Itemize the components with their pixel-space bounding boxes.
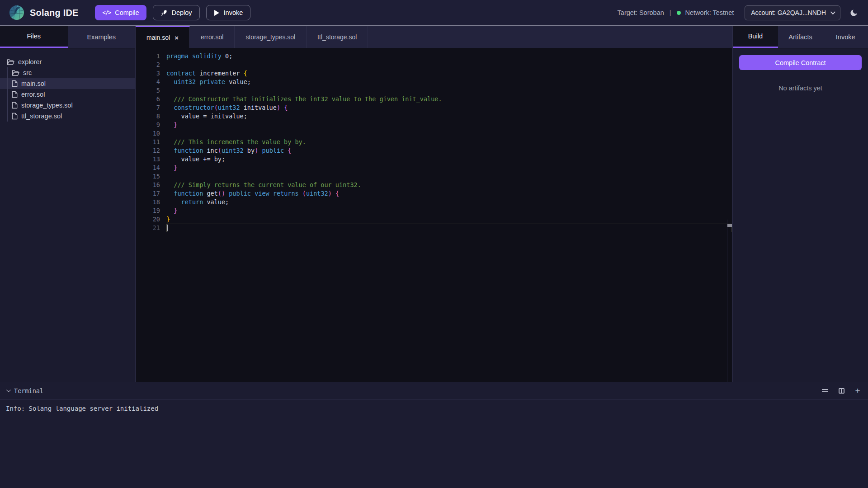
code-line-content: value = initvalue; — [166, 112, 732, 121]
network-status: Network: Testnet — [685, 9, 734, 16]
code-line[interactable]: 9 } — [136, 121, 732, 129]
terminal-actions: + — [821, 387, 862, 395]
tree-item-ttl_storage-sol[interactable]: ttl_storage.sol — [0, 111, 135, 122]
target-status: Target: Soroban — [618, 9, 664, 16]
sidebar-tab-files[interactable]: Files — [0, 26, 68, 48]
code-line[interactable]: 3contract incrementer { — [136, 69, 732, 78]
panel-tab-artifacts[interactable]: Artifacts — [778, 26, 823, 48]
line-number: 21 — [136, 224, 166, 232]
code-line-content — [166, 224, 731, 232]
compile-contract-button[interactable]: Compile Contract — [739, 55, 862, 70]
code-line[interactable]: 8 value = initvalue; — [136, 112, 732, 121]
tree-item-error-sol[interactable]: error.sol — [0, 89, 135, 100]
panel-tab-invoke[interactable]: Invoke — [823, 26, 868, 48]
code-line[interactable]: 6 /// Constructor that initializes the i… — [136, 95, 732, 103]
tree-item-main-sol[interactable]: main.sol — [0, 78, 135, 89]
code-line[interactable]: 5 — [136, 86, 732, 95]
terminal-panel: Terminal + Info: Solang language server … — [0, 382, 868, 488]
line-number: 5 — [136, 86, 166, 95]
line-number: 7 — [136, 103, 166, 112]
split-panel-icon[interactable] — [837, 387, 845, 395]
terminal-header: Terminal + — [0, 382, 868, 399]
code-line[interactable]: 7 constructor(uint32 initvalue) { — [136, 103, 732, 112]
sidebar-tabstrip: FilesExamples — [0, 26, 135, 48]
app-window: Solang IDE </> Compile Deploy — [0, 0, 868, 488]
code-line[interactable]: 21 — [136, 224, 732, 232]
code-line[interactable]: 15 — [136, 172, 732, 181]
editor-tab-label: main.sol — [146, 34, 170, 41]
tree-item-label: ttl_storage.sol — [21, 113, 62, 120]
code-line[interactable]: 4 uint32 private value; — [136, 78, 732, 86]
line-number: 20 — [136, 215, 166, 224]
terminal-log-line: Info: Solang language server initialized — [6, 404, 862, 413]
tree-item-label: explorer — [18, 58, 42, 66]
editor-tabstrip: main.sol×error.solstorage_types.solttl_s… — [136, 26, 732, 48]
code-line-content: } — [166, 206, 732, 215]
editor-tab-label: ttl_storage.sol — [317, 33, 357, 41]
code-line-content: } — [166, 215, 732, 224]
line-number: 18 — [136, 198, 166, 206]
code-line-content: /// This increments the value by by. — [166, 138, 732, 146]
terminal-output: Info: Solang language server initialized — [0, 399, 868, 418]
tree-item-src[interactable]: src — [0, 67, 135, 78]
code-line[interactable]: 1pragma solidity 0; — [136, 52, 732, 61]
tree-item-label: error.sol — [21, 91, 45, 98]
line-number: 9 — [136, 121, 166, 129]
tree-item-label: main.sol — [21, 80, 46, 87]
line-number: 16 — [136, 181, 166, 189]
code-line-content — [166, 86, 732, 95]
main-content: FilesExamples explorersrcmain.solerror.s… — [0, 26, 868, 382]
app-title: Solang IDE — [30, 8, 79, 18]
indent-guide — [167, 78, 167, 215]
folder-open-icon — [12, 70, 19, 76]
code-line[interactable]: 20} — [136, 215, 732, 224]
sidebar-tab-examples[interactable]: Examples — [68, 26, 136, 48]
minimize-icon[interactable] — [821, 387, 829, 395]
editor-tab-storage_types-sol[interactable]: storage_types.sol — [235, 26, 307, 48]
brand: Solang IDE — [9, 5, 79, 20]
code-line-content: } — [166, 121, 732, 129]
plus-icon[interactable]: + — [854, 387, 862, 395]
code-line[interactable]: 12 function inc(uint32 by) public { — [136, 146, 732, 155]
folder-open-icon — [7, 59, 14, 66]
code-editor[interactable]: 1pragma solidity 0;23contract incremente… — [136, 48, 732, 382]
tree-item-storage_types-sol[interactable]: storage_types.sol — [0, 100, 135, 111]
compile-button[interactable]: </> Compile — [95, 5, 147, 20]
chevron-down-icon[interactable] — [6, 388, 11, 392]
editor-tab-error-sol[interactable]: error.sol — [190, 26, 235, 48]
code-line-content: /// Simply returns the current value of … — [166, 181, 732, 189]
invoke-button[interactable]: Invoke — [206, 5, 251, 20]
deploy-button[interactable]: Deploy — [153, 5, 199, 20]
sidebar: FilesExamples explorersrcmain.solerror.s… — [0, 26, 136, 382]
editor-tab-label: storage_types.sol — [245, 33, 295, 41]
code-line-content: constructor(uint32 initvalue) { — [166, 103, 732, 112]
tree-indent-guide — [11, 78, 11, 122]
code-line-content — [166, 129, 732, 138]
editor-tab-ttl_storage-sol[interactable]: ttl_storage.sol — [307, 26, 368, 48]
line-number: 19 — [136, 206, 166, 215]
code-line[interactable]: 14 } — [136, 164, 732, 172]
code-line[interactable]: 16 /// Simply returns the current value … — [136, 181, 732, 189]
account-dropdown[interactable]: Account: GA2QAJ...NNDH — [745, 5, 840, 20]
code-line-content: value += by; — [166, 155, 732, 164]
code-line-content: contract incrementer { — [166, 69, 732, 78]
code-line[interactable]: 11 /// This increments the value by by. — [136, 138, 732, 146]
artifacts-empty-message: No artifacts yet — [739, 84, 862, 92]
theme-toggle-button[interactable] — [848, 7, 860, 19]
editor-tab-main-sol[interactable]: main.sol× — [136, 26, 190, 48]
code-line-content: } — [166, 164, 732, 172]
code-line[interactable]: 17 function get() public view returns (u… — [136, 189, 732, 198]
network-dot — [677, 11, 681, 15]
code-line[interactable]: 13 value += by; — [136, 155, 732, 164]
code-line[interactable]: 2 — [136, 61, 732, 69]
tree-item-explorer[interactable]: explorer — [0, 56, 135, 67]
code-line[interactable]: 10 — [136, 129, 732, 138]
panel-tab-build[interactable]: Build — [733, 26, 778, 48]
line-number: 14 — [136, 164, 166, 172]
overview-ruler — [727, 220, 727, 382]
build-panel: BuildArtifactsInvoke Compile Contract No… — [732, 26, 868, 382]
close-icon[interactable]: × — [175, 34, 179, 41]
code-line[interactable]: 18 return value; — [136, 198, 732, 206]
code-line-content: function inc(uint32 by) public { — [166, 146, 732, 155]
code-line[interactable]: 19 } — [136, 206, 732, 215]
